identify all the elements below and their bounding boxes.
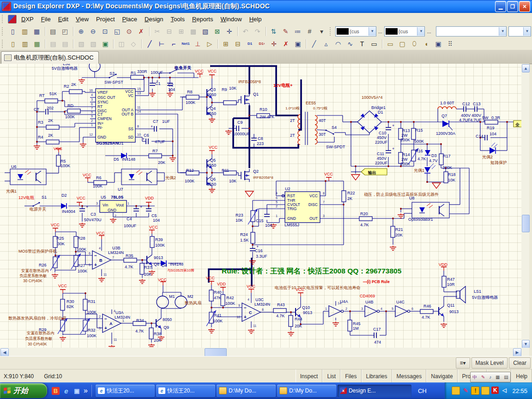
vertical-scrollbar[interactable]: ▲ ▼ (521, 64, 529, 348)
resistor[interactable] (131, 75, 144, 79)
opto-arrow[interactable] (136, 170, 140, 173)
wire-junction[interactable] (211, 307, 212, 308)
resistor[interactable] (391, 226, 395, 237)
paste-icon[interactable]: ⊞ (176, 26, 187, 37)
led-arrow[interactable] (430, 163, 434, 167)
panel-button-files[interactable]: Files (340, 369, 361, 383)
taskbar-button-4[interactable]: XDesign E... (338, 385, 411, 397)
panel-button-inspect[interactable]: Inspect (296, 369, 323, 383)
color-combo-2-arrow[interactable]: ▼ (417, 27, 424, 36)
wire-junction[interactable] (385, 310, 387, 312)
transformer-winding[interactable] (298, 115, 300, 128)
zoom-in-icon[interactable]: ⊕ (76, 26, 87, 37)
speaker-cone[interactable] (460, 286, 466, 303)
resistor[interactable] (60, 299, 65, 310)
wire-junction[interactable] (413, 121, 415, 123)
pcb-rule-icon[interactable]: ▣ (292, 38, 303, 49)
inverter[interactable] (395, 306, 407, 317)
cap-plus[interactable]: + (151, 124, 153, 129)
scale-combo[interactable]: ▼ (508, 26, 531, 36)
wire-junction[interactable] (349, 310, 351, 312)
bus-wire[interactable] (298, 79, 301, 130)
resistor[interactable] (149, 328, 153, 339)
menu-help[interactable]: Help (246, 14, 266, 24)
opto-transistor[interactable] (36, 171, 41, 175)
kaspersky-icon[interactable]: K (491, 387, 499, 394)
wire-junction[interactable] (158, 77, 160, 79)
resistor[interactable] (251, 232, 255, 243)
mosfet-arrow[interactable] (246, 174, 248, 177)
wire-junction[interactable] (141, 259, 143, 261)
wire-junction[interactable] (252, 225, 254, 227)
led-arrow[interactable] (432, 165, 435, 169)
rect-tool-icon[interactable]: ▭ (385, 38, 396, 49)
resistor[interactable] (46, 125, 59, 129)
color-combo-2[interactable]: (cus ▼ (384, 26, 425, 36)
wire-junction[interactable] (206, 172, 208, 174)
transistor-collector[interactable] (156, 318, 161, 322)
variant-combo-arrow[interactable]: ▼ (499, 27, 506, 36)
line-tool-icon[interactable]: ╱ (308, 38, 320, 49)
select-area-icon[interactable]: ▧ (200, 26, 211, 37)
close-button[interactable]: ✕ (519, 1, 530, 12)
panel-button-list[interactable]: List (322, 369, 340, 383)
print-preview-icon[interactable]: ◰ (60, 26, 71, 37)
transformer-winding[interactable] (315, 115, 317, 129)
pie-tool-icon[interactable]: ◖ (421, 38, 432, 49)
cap-plus[interactable]: + (233, 124, 235, 128)
volume-icon[interactable]: ◁ (501, 387, 508, 394)
round-rect-tool-icon[interactable]: ▢ (397, 38, 408, 49)
scroll-up-button[interactable]: ▲ (522, 64, 530, 73)
menu-grip[interactable] (2, 15, 5, 23)
wire-junction[interactable] (222, 307, 224, 308)
doc-lib-icon[interactable]: ▧ (76, 38, 87, 49)
panel-button-libraries[interactable]: Libraries (362, 369, 392, 383)
cut-icon[interactable]: ✂ (152, 26, 163, 37)
switch-lever[interactable] (170, 70, 176, 73)
resistor[interactable] (83, 299, 87, 310)
resistor[interactable] (140, 263, 144, 274)
cap-plus[interactable]: + (86, 205, 88, 209)
resistor[interactable] (69, 90, 82, 94)
opto-arrow[interactable] (139, 172, 142, 175)
toolbar1-grip[interactable] (2, 27, 5, 36)
scr-gate[interactable] (449, 126, 453, 130)
wire-junction[interactable] (248, 115, 250, 116)
gnd-triangle[interactable] (245, 191, 254, 197)
opto-arrow[interactable] (27, 172, 31, 175)
navigate-compile-icon[interactable]: ◇ (128, 38, 139, 49)
color-browse-2[interactable]: ... (426, 29, 432, 34)
zoom-out-icon[interactable]: ⊖ (88, 26, 99, 37)
gnd-triangle[interactable] (432, 183, 441, 188)
opto-led[interactable] (18, 174, 23, 179)
led[interactable] (424, 167, 430, 173)
opamp-letter[interactable]: A (109, 321, 113, 326)
no-erc-icon[interactable]: ✗ (280, 38, 291, 49)
annotate-icon[interactable]: ✎ (280, 26, 291, 37)
wire-junction[interactable] (54, 254, 56, 256)
opto-led[interactable] (419, 207, 425, 212)
bezier-tool-icon[interactable]: ∿ (345, 38, 356, 49)
doc-copy-icon[interactable]: ▤ (60, 38, 71, 49)
wire-junction[interactable] (172, 140, 174, 142)
quick-launch-more[interactable]: » (84, 387, 88, 395)
color-combo-1[interactable]: (cus ▼ (335, 26, 376, 36)
resistor[interactable] (348, 320, 352, 331)
redo-icon[interactable]: ↷ (252, 26, 263, 37)
power-port-icon[interactable]: ⊥ (192, 38, 203, 49)
opto-transistor[interactable] (147, 171, 152, 175)
resistor[interactable] (442, 276, 446, 287)
menu-window[interactable]: Window (217, 14, 245, 24)
color-browse-1[interactable]: ... (377, 29, 383, 34)
wire-junction[interactable] (400, 208, 402, 210)
wire-junction[interactable] (211, 102, 213, 103)
new-document-icon[interactable]: ▯ (7, 26, 18, 37)
mask-level-button[interactable]: Mask Level (472, 357, 508, 369)
wire-junction[interactable] (36, 141, 38, 143)
resistor[interactable] (150, 236, 154, 248)
move-selection-icon[interactable]: ✛ (224, 26, 235, 37)
buzzer[interactable] (89, 64, 100, 72)
probe-icon[interactable]: ✛ (268, 38, 279, 49)
color-toolbar-grip[interactable] (330, 27, 333, 36)
save-all-icon[interactable]: ▦ (31, 38, 42, 49)
